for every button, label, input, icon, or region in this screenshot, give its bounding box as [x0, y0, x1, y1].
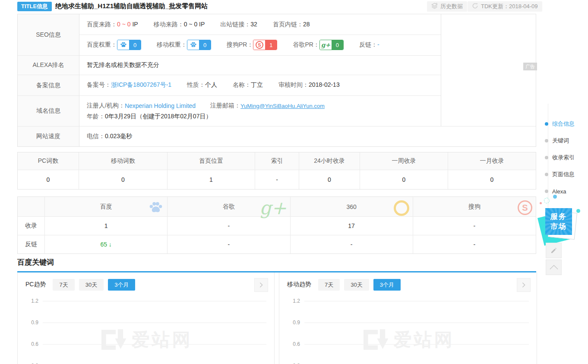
google-pr-badge[interactable]: g+ 0 [319, 40, 344, 50]
divider [18, 55, 441, 56]
sogou-s-icon: S [253, 40, 265, 50]
beian-time-field: 审核时间：2018-02-13 [278, 81, 340, 89]
gplus-icon: g+ [320, 40, 332, 50]
watermark: 爱站网 [100, 328, 193, 352]
tab-7days[interactable]: 7天 [318, 279, 340, 291]
sidebar-item-keywords[interactable]: 关键词 [545, 136, 569, 145]
collect-cell-baidu[interactable]: 1 [45, 217, 168, 235]
svg-text:m: m [193, 45, 194, 47]
beian-name-label: 名称： [233, 81, 251, 88]
stats-value-cell: 0 [18, 170, 79, 189]
engine-header-row: 百度 谷歌 g+ 360 搜狗 S [18, 197, 536, 217]
homepage-inlinks-value: 28 [303, 21, 310, 28]
registrant-link[interactable]: Nexperian Holding Limited [125, 102, 196, 109]
baidu-traffic-value: 0 ~ 0 [117, 21, 131, 28]
next-chart-button[interactable] [517, 278, 531, 292]
beian-nature-value: 个人 [205, 81, 217, 88]
mobile-trend-panel: 移动趋势 7天 30天 3个月 1.2 0.9 0.6 0.3 爱站网 [279, 272, 537, 364]
seo-traffic-line: 百度来路：0 ~ 0 IP 移动来路：0 ~ 0 IP 出站链接：32 首页内链… [87, 14, 325, 35]
baidu-weight-badge[interactable]: 0 [117, 40, 141, 50]
collect-cell-sogou: - [413, 217, 536, 235]
outbound-links-label: 出站链接： [220, 21, 250, 28]
backlink-row-label: 反链 [18, 235, 45, 253]
service-market-badge[interactable]: 服务 市场 [539, 195, 582, 243]
baidu-keywords-title: 百度关键词 [17, 257, 54, 267]
mobile-trend-label: 移动趋势 [287, 281, 311, 288]
sidebar-item-pageinfo[interactable]: 页面信息 [545, 170, 575, 179]
backlink-cell-sogou: - [413, 235, 536, 253]
ad-tag: 广告 [523, 63, 537, 70]
title-info-badge: TITLE信息 [17, 2, 52, 11]
email-label: 注册邮箱： [210, 102, 240, 110]
y-tick: 0.6 [18, 341, 38, 347]
service-market-text: 市场 [550, 222, 567, 231]
down-arrow-icon: ↓ [109, 241, 112, 248]
stats-header-cell: 24小时收录 [299, 152, 360, 170]
collect-row: 收录 1 - 17 - [18, 217, 536, 235]
sidebar-item-alexa[interactable]: Alexa [545, 187, 566, 196]
beian-number-link[interactable]: 浙ICP备18007267号-1 [111, 81, 171, 88]
dot-icon [545, 190, 548, 193]
y-tick: 0.9 [18, 320, 38, 326]
domain-age-value: 0年3月29日（创建于2018年02月07日） [105, 113, 212, 120]
engine-header-sogou: 搜狗 S [413, 197, 536, 216]
tab-30days[interactable]: 30天 [344, 279, 369, 291]
s-circle-icon: S [518, 200, 532, 215]
speed-label: 电信： [87, 133, 105, 140]
paw-icon [117, 40, 129, 50]
email-link[interactable]: YuMing@YinSiBaoHu.AliYun.com [240, 103, 325, 109]
stats-value-cell: 0 [299, 170, 360, 189]
pc-trend-label: PC趋势 [25, 281, 46, 288]
sidebar-item-overview[interactable]: 综合信息 [545, 120, 575, 128]
outbound-links: 出站链接：32 [220, 21, 257, 28]
dot-icon [545, 173, 548, 176]
tab-3months[interactable]: 3个月 [108, 279, 135, 291]
sogou-pr-badge[interactable]: S 1 [253, 40, 277, 50]
pencil-icon [550, 247, 558, 254]
stats-value-cell: 0 [79, 170, 168, 189]
ring-icon [394, 200, 409, 216]
mobile-traffic-label: 移动来路： [154, 21, 184, 28]
mobile-weight-badge[interactable]: m 0 [187, 40, 211, 50]
sidebar-item-index[interactable]: 收录索引 [545, 153, 575, 162]
tab-7days[interactable]: 7天 [53, 279, 74, 291]
baidu-traffic-label: 百度来路： [87, 21, 117, 28]
collect-cell-360[interactable]: 17 [291, 217, 413, 235]
sogou-pr-value: 1 [265, 40, 277, 50]
next-chart-button[interactable] [254, 278, 268, 292]
tdk-update-button[interactable]: TDK更新：2018-04-09 [468, 1, 542, 12]
stats-header-cell: PC词数 [18, 152, 79, 170]
engine-name: 谷歌 [223, 203, 235, 211]
domain-row-line1: 注册人/机构： Nexperian Holding Limited 注册邮箱： … [87, 101, 325, 111]
paw-icon [148, 200, 164, 216]
tab-30days[interactable]: 30天 [79, 279, 104, 291]
row-label-beian: 备案信息 [18, 75, 79, 95]
stats-header-cell: 首页位置 [168, 152, 255, 170]
dot-icon [545, 156, 548, 159]
stats-header-cell: 一周收录 [360, 152, 448, 170]
alexa-row: 暂无排名或相关数据不充分 [87, 55, 159, 75]
collect-row-label: 收录 [18, 217, 45, 235]
sidebar-item-label: 综合信息 [552, 120, 575, 128]
beian-nature-label: 性质： [187, 81, 205, 88]
history-data-button[interactable]: 历史数据 [427, 1, 467, 12]
service-market-face: 服务 市场 [545, 208, 572, 235]
mobile-traffic: 移动来路：0 ~ 0 IP [154, 21, 205, 28]
pc-trend-header: PC趋势 7天 30天 3个月 [18, 272, 274, 297]
site-info-table: SEO信息 ALEXA排名 备案信息 域名信息 网站速度 百度来路：0 ~ 0 … [17, 14, 536, 147]
backlinks-label: 反链： [359, 41, 377, 48]
collect-cell-google: - [168, 217, 290, 235]
watermark-text: 爱站网 [394, 328, 455, 352]
sidebar-item-label: 收录索引 [552, 154, 575, 161]
stats-header-cell: 索引 [255, 152, 299, 170]
page-title: 绝地求生辅助_H1Z1辅助自瞄透视辅助_批发零售网站 [55, 2, 208, 10]
backlinks-field: 反链：- [359, 41, 379, 49]
y-tick: 0.6 [279, 341, 300, 347]
back-to-top-button[interactable] [546, 260, 562, 275]
backlink-cell-baidu[interactable]: 65 ↓ [45, 235, 168, 253]
mobile-trend-header: 移动趋势 7天 30天 3个月 [279, 272, 537, 297]
tab-3months[interactable]: 3个月 [373, 279, 401, 291]
stats-header-row: PC词数 移动词数 首页位置 索引 24小时收录 一周收录 一月收录 [18, 152, 536, 170]
homepage-inlinks-label: 首页内链： [273, 21, 303, 28]
edit-button[interactable] [546, 243, 562, 258]
